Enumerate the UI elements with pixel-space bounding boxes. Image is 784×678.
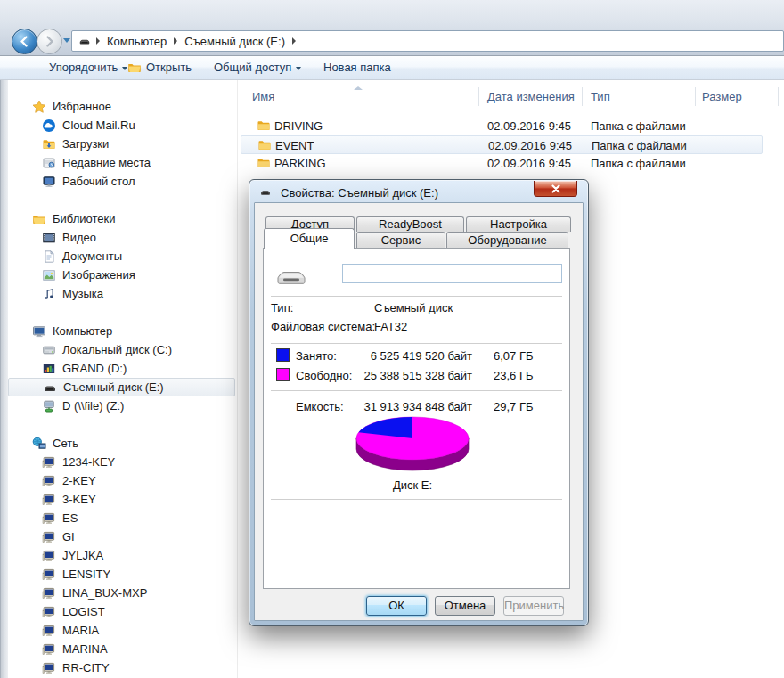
sidebar-item-marina[interactable]: MARINA [8, 640, 237, 658]
column-header-date[interactable]: Дата изменения [487, 86, 575, 108]
column-divider[interactable] [478, 87, 479, 106]
sidebar-item-jyljka[interactable]: JYLJKA [8, 546, 237, 565]
sidebar-item-documents[interactable]: Документы [8, 247, 237, 265]
organize-label: Упорядочить [49, 60, 118, 76]
pc-icon [42, 605, 56, 619]
file-row-driving[interactable]: DRIVING02.09.2016 9:45Папка с файлами [241, 117, 763, 135]
pc-icon [42, 586, 56, 600]
free-gb: 23,6 ГБ [494, 369, 533, 382]
sidebar-item-1234-key[interactable]: 1234-KEY [8, 453, 237, 471]
sidebar-item-label: MARINA [62, 642, 108, 656]
sidebar-item-maria[interactable]: MARIA [8, 621, 237, 640]
sidebar-item-rr-city[interactable]: RR-CITY [8, 658, 237, 677]
sidebar-item-lensity[interactable]: LENSITY [8, 565, 237, 584]
cancel-button[interactable]: Отмена [435, 596, 495, 616]
back-arrow-icon [19, 36, 30, 47]
sidebar-item-label: Съемный диск (E:) [63, 380, 164, 394]
sidebar-item-logist[interactable]: LOGIST [8, 602, 237, 621]
sidebar-item-recent-places[interactable]: Недавние места [8, 153, 237, 172]
sidebar-item-3-key[interactable]: 3-KEY [8, 490, 237, 509]
tab-obshchie[interactable]: Общие [264, 228, 355, 249]
sidebar-section-computer: КомпьютерЛокальный диск (C:)GRAND (D:)Съ… [8, 322, 237, 415]
sidebar-item-label: LOGIST [62, 605, 105, 618]
organize-button[interactable]: Упорядочить [49, 60, 127, 76]
sidebar-item-local-disk-c[interactable]: Локальный диск (C:) [8, 340, 237, 359]
back-button[interactable] [12, 29, 37, 54]
tab-oborudovanie[interactable]: Оборудование [446, 232, 568, 248]
document-icon [42, 249, 56, 264]
new-folder-button[interactable]: Новая папка [323, 60, 391, 76]
sidebar-item-music[interactable]: Музыка [8, 284, 237, 303]
sidebar-item-label: ES [62, 511, 78, 525]
open-button[interactable]: Открыть [127, 60, 192, 76]
sidebar-item-label: Видео [62, 231, 96, 244]
filesystem-label: Файловая система: [271, 320, 375, 333]
window-header: КомпьютерСъемный диск (E:) [0, 0, 784, 56]
column-divider[interactable] [778, 87, 779, 106]
drive-icon [78, 35, 92, 47]
sidebar-item-removable-e[interactable]: Съемный диск (E:) [8, 378, 235, 396]
file-name: EVENT [275, 136, 314, 155]
sidebar-item-2-key[interactable]: 2-KEY [8, 471, 237, 490]
sidebar-item-label: 3-KEY [62, 493, 96, 506]
tab-nastroyka[interactable]: Настройка [466, 216, 571, 232]
column-header-type[interactable]: Тип [591, 86, 610, 108]
pc-icon [42, 568, 56, 582]
sidebar-item-label: GRAND (D:) [62, 362, 127, 375]
sidebar-item-favorites[interactable]: Избранное [8, 97, 237, 116]
file-type: Папка с файлами [591, 117, 686, 135]
sidebar-item-cloud-mail-ru[interactable]: Cloud Mail.Ru [8, 116, 237, 135]
capacity-gb: 29,7 ГБ [494, 400, 533, 413]
file-row-parking[interactable]: PARKING02.09.2016 9:45Папка с файлами [241, 154, 763, 173]
sidebar-item-pictures[interactable]: Изображения [8, 265, 237, 284]
column-header-name[interactable]: Имя [252, 86, 274, 108]
breadcrumb-arrow-icon[interactable] [96, 37, 100, 45]
folder-icon [127, 61, 142, 75]
breadcrumb-item[interactable]: Компьютер [102, 35, 171, 48]
file-date: 02.09.2016 9:45 [487, 117, 571, 135]
tab-servis[interactable]: Сервис [356, 232, 445, 248]
breadcrumb-arrow-icon[interactable] [174, 37, 177, 45]
file-row-event[interactable]: EVENT02.09.2016 9:45Папка с файлами [241, 135, 763, 154]
open-label: Открыть [146, 60, 192, 76]
free-color-swatch [276, 368, 290, 381]
folder-icon [257, 156, 271, 170]
sidebar-item-net-z[interactable]: D (\\file) (Z:) [8, 396, 237, 415]
share-button[interactable]: Общий доступ [214, 60, 301, 76]
close-button[interactable] [534, 181, 577, 197]
column-divider[interactable] [582, 87, 583, 106]
used-color-swatch [276, 348, 290, 362]
ok-button[interactable]: ОК [366, 596, 427, 616]
volume-label-input[interactable] [342, 264, 562, 283]
sidebar-item-label: Сеть [53, 437, 78, 450]
sidebar-item-grand-d[interactable]: GRAND (D:) [8, 359, 237, 378]
sidebar-item-label: 2-KEY [62, 474, 96, 487]
forward-button[interactable] [37, 29, 62, 54]
sidebar-item-libraries[interactable]: Библиотеки [8, 209, 237, 228]
sidebar-item-label: LINA_BUX-MXP [62, 586, 147, 600]
filesystem-value: FAT32 [374, 320, 407, 333]
file-name: PARKING [274, 154, 326, 173]
network-icon [32, 437, 46, 451]
type-label: Тип: [271, 301, 293, 314]
dialog-title: Свойства: Съемный диск (E:) [281, 186, 438, 200]
tab-readyboost[interactable]: ReadyBoost [356, 216, 464, 232]
sidebar-section-favorites: ИзбранноеCloud Mail.RuЗагрузкиНедавние м… [8, 97, 237, 191]
sidebar-item-network[interactable]: Сеть [8, 434, 237, 453]
sidebar-item-video[interactable]: Видео [8, 228, 237, 247]
column-divider[interactable] [695, 87, 696, 106]
dialog-titlebar[interactable]: Свойства: Съемный диск (E:) [258, 184, 438, 200]
column-header-size[interactable]: Размер [702, 86, 742, 108]
apply-button[interactable]: Применить [503, 596, 564, 616]
address-bar[interactable]: КомпьютерСъемный диск (E:) [71, 30, 784, 52]
sidebar-item-es[interactable]: ES [8, 509, 237, 527]
sidebar-item-desktop[interactable]: Рабочий стол [8, 172, 237, 191]
pc-icon [42, 549, 56, 563]
recent-pages-chevron-icon[interactable] [63, 38, 70, 43]
sidebar-item-lina-bux-mxp[interactable]: LINA_BUX-MXP [8, 584, 237, 602]
breadcrumb-item[interactable]: Съемный диск (E:) [180, 35, 290, 48]
sidebar-item-gi[interactable]: GI [8, 527, 237, 546]
breadcrumb-arrow-icon[interactable] [292, 37, 296, 45]
sidebar-item-computer[interactable]: Компьютер [8, 322, 237, 340]
sidebar-item-downloads[interactable]: Загрузки [8, 135, 237, 153]
